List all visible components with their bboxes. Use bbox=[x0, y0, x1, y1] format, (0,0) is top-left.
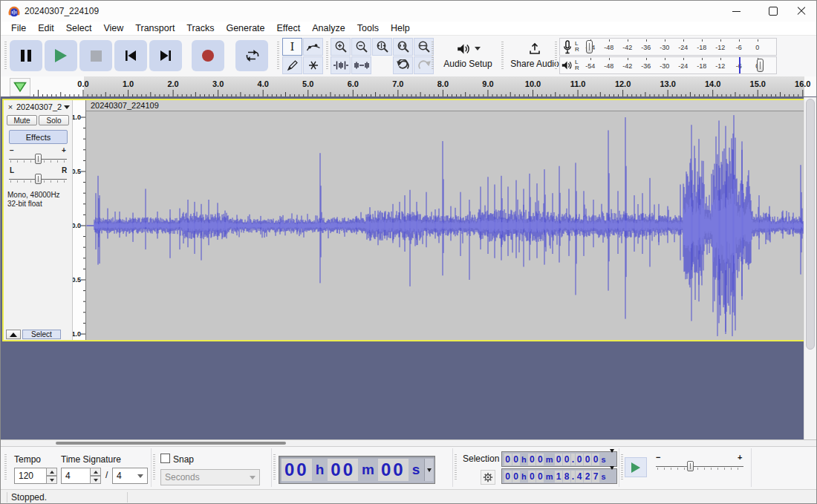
vertical-scrollbar-thumb[interactable] bbox=[806, 99, 815, 350]
menu-transport[interactable]: Transport bbox=[129, 22, 180, 34]
tools-grip[interactable] bbox=[277, 42, 279, 71]
play-button[interactable] bbox=[45, 40, 77, 71]
play-at-speed-grip[interactable] bbox=[621, 454, 623, 481]
menu-analyze[interactable]: Analyze bbox=[306, 22, 351, 34]
selection-digit[interactable]: 0 bbox=[528, 454, 536, 465]
zoom-out-button[interactable] bbox=[351, 38, 371, 56]
waveform-clip[interactable]: 20240307_224109 bbox=[85, 100, 804, 340]
play-speed-slider[interactable] bbox=[656, 461, 743, 471]
selection-digit[interactable]: 4 bbox=[576, 471, 583, 482]
meter-grip[interactable] bbox=[555, 42, 557, 71]
selection-digit[interactable]: 0 bbox=[512, 454, 520, 465]
time-digit-group[interactable]: 00 bbox=[281, 459, 312, 481]
selection-digit[interactable]: 2 bbox=[584, 471, 591, 482]
pan-slider-thumb[interactable] bbox=[35, 174, 42, 184]
fit-project-button[interactable] bbox=[393, 38, 413, 56]
menu-view[interactable]: View bbox=[97, 22, 129, 34]
time-digit-group[interactable]: 00 bbox=[328, 459, 358, 481]
menu-select[interactable]: Select bbox=[60, 22, 98, 34]
zoom-toggle-button[interactable] bbox=[414, 38, 434, 56]
trim-audio-button[interactable] bbox=[331, 56, 351, 74]
loop-button[interactable] bbox=[235, 40, 268, 71]
selection-digit[interactable]: 0 bbox=[563, 454, 570, 465]
selection-digit[interactable]: 8 bbox=[563, 471, 570, 482]
track-name-menu[interactable]: 20240307_2 bbox=[16, 102, 70, 111]
skip-to-end-button[interactable] bbox=[149, 40, 182, 71]
selection-digit[interactable]: 0 bbox=[536, 471, 544, 482]
snap-mode-select[interactable]: Seconds bbox=[160, 469, 260, 485]
horizontal-scrollbar[interactable] bbox=[1, 439, 816, 446]
playback-meter[interactable]: LR -54-48-42-36-30-24-18-12-60 bbox=[559, 56, 777, 74]
track-area[interactable]: × 20240307_2 Mute Solo Effects − + L R bbox=[1, 97, 816, 439]
close-button[interactable] bbox=[785, 1, 817, 22]
transport-grip[interactable] bbox=[4, 42, 7, 71]
selection-digit[interactable]: 0 bbox=[512, 471, 520, 482]
record-meter[interactable]: LR -54-48-42-36-30-24-18-12-60 bbox=[559, 38, 777, 56]
menu-help[interactable]: Help bbox=[385, 22, 416, 34]
selection-settings-button[interactable] bbox=[481, 470, 495, 485]
stop-button[interactable] bbox=[79, 40, 112, 71]
record-button[interactable] bbox=[192, 40, 224, 71]
time-signature-grip[interactable] bbox=[4, 454, 7, 481]
clip-title-bar[interactable]: 20240307_224109 bbox=[86, 100, 804, 111]
tempo-input[interactable]: 120 bbox=[14, 468, 47, 484]
snap-checkbox[interactable] bbox=[160, 454, 170, 463]
effects-button[interactable]: Effects bbox=[9, 130, 68, 144]
minimize-button[interactable] bbox=[720, 1, 752, 22]
time-signature-lower-select[interactable]: 4 bbox=[112, 468, 148, 484]
envelope-tool-button[interactable] bbox=[303, 38, 323, 56]
selection-digit[interactable]: 0 bbox=[555, 454, 562, 465]
time-digit-group[interactable]: 00 bbox=[378, 459, 408, 481]
menu-edit[interactable]: Edit bbox=[32, 22, 60, 34]
silence-audio-button[interactable] bbox=[351, 56, 371, 74]
pause-button[interactable] bbox=[10, 40, 42, 71]
selection-digit[interactable]: 0 bbox=[504, 471, 512, 482]
audio-position-display[interactable]: 00h00m00s bbox=[279, 456, 435, 484]
time-signature-upper-input[interactable]: 4 bbox=[61, 468, 91, 484]
menu-tools[interactable]: Tools bbox=[351, 22, 385, 34]
draw-tool-button[interactable] bbox=[282, 56, 302, 74]
selection-tool-button[interactable]: I bbox=[282, 38, 302, 56]
selection-format-caret[interactable] bbox=[610, 453, 614, 466]
audio-setup-button[interactable]: Audio Setup bbox=[437, 39, 498, 73]
edit-grip[interactable] bbox=[326, 42, 328, 71]
selection-start-display[interactable]: 00h00m00.000s bbox=[501, 451, 617, 467]
time-format-caret[interactable] bbox=[424, 459, 433, 481]
solo-button[interactable]: Solo bbox=[39, 115, 69, 125]
selection-digit[interactable]: 0 bbox=[592, 454, 599, 465]
selection-format-caret[interactable] bbox=[610, 470, 614, 483]
menu-effect[interactable]: Effect bbox=[271, 22, 307, 34]
selection-digit[interactable]: 7 bbox=[592, 471, 599, 482]
zoom-in-button[interactable] bbox=[331, 38, 351, 56]
selection-digit[interactable]: 0 bbox=[528, 471, 536, 482]
snap-grip[interactable] bbox=[153, 454, 155, 481]
selection-digit[interactable]: 0 bbox=[584, 454, 591, 465]
play-speed-slider-thumb[interactable] bbox=[687, 461, 694, 471]
selection-digit[interactable]: 0 bbox=[504, 454, 512, 465]
selection-end-display[interactable]: 00h00m18.427s bbox=[501, 468, 617, 484]
horizontal-scrollbar-thumb[interactable] bbox=[56, 442, 286, 445]
selection-digit[interactable]: 1 bbox=[555, 471, 562, 482]
skip-to-start-button[interactable] bbox=[114, 40, 147, 71]
waveform[interactable] bbox=[86, 111, 804, 340]
gain-slider-thumb[interactable] bbox=[35, 154, 42, 164]
track-select-button[interactable]: Select bbox=[22, 330, 61, 339]
play-at-speed-button[interactable] bbox=[625, 457, 647, 477]
menu-file[interactable]: File bbox=[5, 22, 32, 34]
fit-selection-button[interactable] bbox=[372, 38, 392, 56]
gain-slider[interactable] bbox=[9, 154, 67, 164]
audio-setup-grip[interactable] bbox=[432, 42, 434, 71]
menu-generate[interactable]: Generate bbox=[220, 22, 270, 34]
vertical-scrollbar[interactable] bbox=[804, 97, 816, 439]
undo-button[interactable] bbox=[393, 56, 413, 74]
meter-slider-thumb[interactable] bbox=[757, 59, 764, 72]
selection-digit[interactable]: 0 bbox=[576, 454, 583, 465]
menu-tracks[interactable]: Tracks bbox=[180, 22, 220, 34]
tempo-spinner[interactable] bbox=[46, 468, 57, 484]
multi-tool-button[interactable] bbox=[303, 56, 323, 74]
share-grip[interactable] bbox=[501, 42, 504, 71]
selection-digit[interactable]: 0 bbox=[536, 454, 544, 465]
vertical-ruler[interactable]: 1.00.50.0-0.5-1.0 bbox=[72, 100, 85, 340]
selection-grip[interactable] bbox=[455, 454, 457, 481]
meter-slider-thumb[interactable] bbox=[586, 40, 593, 53]
